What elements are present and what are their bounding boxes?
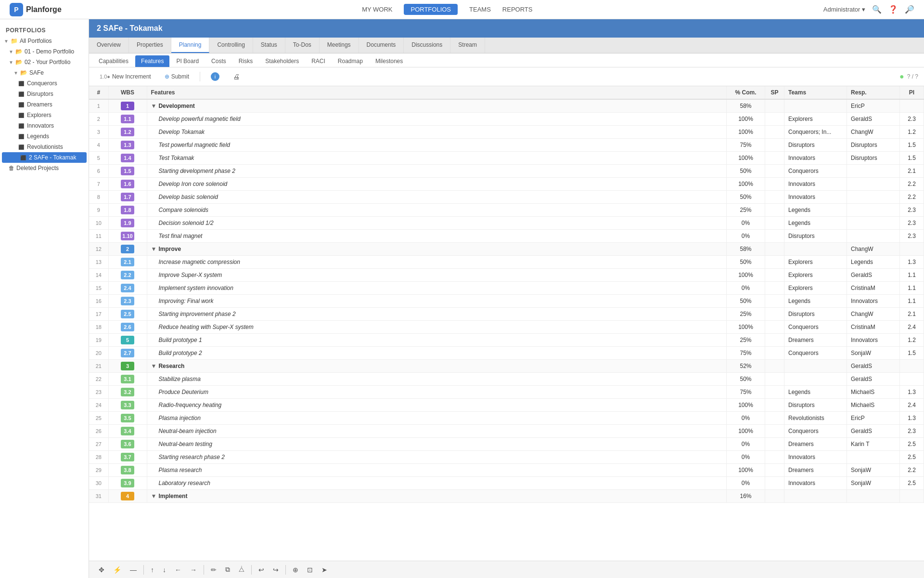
sidebar-item-demo-portfolio[interactable]: ▼ 📂 01 - Demo Portfolio (0, 46, 89, 57)
subtab-raci[interactable]: RACI (306, 55, 331, 67)
table-row[interactable]: 263.4Neutral-beam injection100%Conqueror… (89, 425, 924, 438)
sidebar-item-dreamers[interactable]: ⬛ Dreamers (0, 99, 89, 110)
tool-edit[interactable]: ⚡ (111, 565, 123, 575)
table-row[interactable]: 51.4Test Tokamak100%InnovatorsDisruptors… (89, 152, 924, 165)
nav-reports[interactable]: REPORTS (502, 6, 533, 13)
table-row[interactable]: 303.9Laboratory research0%InnovatorsSonj… (89, 477, 924, 490)
tool-send[interactable]: ➤ (320, 565, 329, 575)
table-row[interactable]: 61.5Starting development phase 250%Conqu… (89, 165, 924, 178)
tool-left[interactable]: ← (173, 565, 183, 575)
table-row[interactable]: 11▼Development58%EricP (89, 99, 924, 113)
table-row[interactable]: 293.8Plasma research100%DreamersSonjaW2.… (89, 464, 924, 477)
subtab-features[interactable]: Features (135, 55, 169, 67)
table-row[interactable]: 41.3Test powerful magnetic field75%Disru… (89, 139, 924, 152)
table-row[interactable]: 182.6Reduce heating with Super-X system1… (89, 321, 924, 334)
tool-redo[interactable]: ↪ (271, 565, 281, 575)
table-row[interactable]: 111.10Test final magnet0%Disruptors2.3 (89, 230, 924, 243)
settings-icon[interactable]: 🔎 (905, 5, 914, 14)
tool-grid[interactable]: ⊡ (305, 565, 315, 575)
table-row[interactable]: 213▼Research52%GeraldS (89, 360, 924, 373)
tab-properties[interactable]: Properties (129, 38, 171, 53)
table-row[interactable]: 122▼Improve58%ChangW (89, 243, 924, 256)
new-increment-button[interactable]: 1.0● New Increment (95, 71, 156, 82)
sidebar-item-all-portfolios[interactable]: ▼ 📁 All Portfolios (0, 36, 89, 46)
help-icon[interactable]: ❓ (888, 5, 898, 14)
print-button[interactable]: 🖨 (228, 71, 244, 82)
cell-pct: 100% (727, 178, 765, 191)
nav-teams[interactable]: TEAMS (469, 6, 491, 13)
table-row[interactable]: 142.2Improve Super-X system100%Explorers… (89, 269, 924, 282)
folder-icon: 📁 (11, 38, 18, 44)
subtab-milestones[interactable]: Milestones (370, 55, 409, 67)
table-row[interactable]: 132.1Increase magnetic compression50%Exp… (89, 256, 924, 269)
tab-meetings[interactable]: Meetings (320, 38, 359, 53)
sidebar-item-conquerors[interactable]: ⬛ Conquerors (0, 78, 89, 89)
table-row[interactable]: 162.3Improving: Final work50%LegendsInno… (89, 295, 924, 308)
tool-pencil[interactable]: ✏ (209, 565, 218, 575)
table-row[interactable]: 233.2Produce Deuterium75%LegendsMichaelS… (89, 386, 924, 399)
table-row[interactable]: 101.9Decision solenoid 1/20%Legends2.3 (89, 217, 924, 230)
tool-copy[interactable]: ⧉ (223, 565, 232, 575)
table-row[interactable]: 71.6Develop Iron core solenoid100%Innova… (89, 178, 924, 191)
table-row[interactable]: 273.6Neutral-beam testing0%DreamersKarin… (89, 438, 924, 451)
subtab-piboard[interactable]: PI Board (170, 55, 205, 67)
tab-stream[interactable]: Stream (450, 38, 485, 53)
features-table-container[interactable]: # WBS Features % Com. SP Teams Resp. PI … (89, 86, 924, 561)
table-row[interactable]: 91.8Compare solenoids25%Legends2.3 (89, 204, 924, 217)
table-row[interactable]: 283.7Starting research phase 20%Innovato… (89, 451, 924, 464)
tool-add-circle[interactable]: ⊕ (291, 565, 300, 575)
subtab-risks[interactable]: Risks (233, 55, 258, 67)
table-row[interactable]: 202.7Build prototype 275%ConquerorsSonja… (89, 347, 924, 360)
table-row[interactable]: 195Build prototype 125%DreamersInnovator… (89, 334, 924, 347)
table-row[interactable]: 81.7Develop basic solenoid50%Innovators2… (89, 191, 924, 204)
sidebar-item-deleted-projects[interactable]: 🗑 Deleted Projects (0, 163, 89, 173)
sidebar-item-tokamak[interactable]: ⬛ 2 SAFe - Tokamak (2, 152, 87, 163)
tab-controlling[interactable]: Controlling (209, 38, 253, 53)
sidebar-item-your-portfolio[interactable]: ▼ 📂 02 - Your Portfolio (0, 57, 89, 67)
sidebar-item-explorers[interactable]: ⬛ Explorers (0, 110, 89, 120)
search-icon[interactable]: 🔍 (872, 5, 882, 14)
tab-documents[interactable]: Documents (359, 38, 404, 53)
cell-pct: 50% (727, 165, 765, 178)
table-row[interactable]: 243.3Radio-frequency heating100%Disrupto… (89, 399, 924, 412)
tool-up[interactable]: ↑ (149, 565, 156, 575)
cell-resp (847, 217, 900, 230)
cell-pi: 1.3 (900, 386, 924, 399)
nav-portfolios[interactable]: PORTFOLIOS (404, 4, 458, 15)
submit-button[interactable]: ⊕ Submit (160, 71, 194, 82)
tab-planning[interactable]: Planning (171, 38, 210, 53)
table-row[interactable]: 253.5Plasma injection0%RevolutionistsEri… (89, 412, 924, 425)
sidebar-item-legends[interactable]: ⬛ Legends (0, 131, 89, 142)
table-row[interactable]: 31.2Develop Tokamak100%Conquerors; In...… (89, 126, 924, 139)
sidebar-item-innovators[interactable]: ⬛ Innovators (0, 120, 89, 131)
tool-right[interactable]: → (188, 565, 199, 575)
cell-num: 14 (89, 269, 108, 282)
subtab-stakeholders[interactable]: Stakeholders (259, 55, 305, 67)
tool-move[interactable]: ✥ (97, 565, 106, 575)
subtab-capabilities[interactable]: Capabilities (93, 55, 134, 67)
table-row[interactable]: 172.5Starting improvement phase 225%Disr… (89, 308, 924, 321)
admin-user[interactable]: Administrator ▾ (823, 6, 865, 13)
col-teams: Teams (784, 86, 847, 99)
table-row[interactable]: 152.4Implement system innovation0%Explor… (89, 282, 924, 295)
subtab-roadmap[interactable]: Roadmap (332, 55, 369, 67)
table-row[interactable]: 21.1Develop powerful magnetic field100%E… (89, 113, 924, 126)
tab-todos[interactable]: To-Dos (285, 38, 320, 53)
tool-undo[interactable]: ↩ (257, 565, 266, 575)
cell-teams: Explorers (784, 256, 847, 269)
info-button[interactable]: i (206, 70, 224, 83)
table-row[interactable]: 314▼Implement16% (89, 490, 924, 503)
tab-overview[interactable]: Overview (89, 38, 129, 53)
sidebar-item-disruptors[interactable]: ⬛ Disruptors (0, 89, 89, 99)
tab-discussions[interactable]: Discussions (404, 38, 450, 53)
tool-minus[interactable]: — (128, 565, 139, 575)
tool-down[interactable]: ↓ (161, 565, 168, 575)
tool-paste[interactable]: ⧊ (237, 565, 246, 575)
nav-my-work[interactable]: MY WORK (362, 6, 392, 13)
node-icon: ⬛ (20, 155, 26, 160)
sidebar-item-revolutionists[interactable]: ⬛ Revolutionists (0, 142, 89, 152)
table-row[interactable]: 223.1Stabilize plasma50%GeraldS (89, 373, 924, 386)
tab-status[interactable]: Status (253, 38, 285, 53)
sidebar-item-safe[interactable]: ▼ 📂 SAFe (0, 67, 89, 78)
subtab-costs[interactable]: Costs (205, 55, 232, 67)
